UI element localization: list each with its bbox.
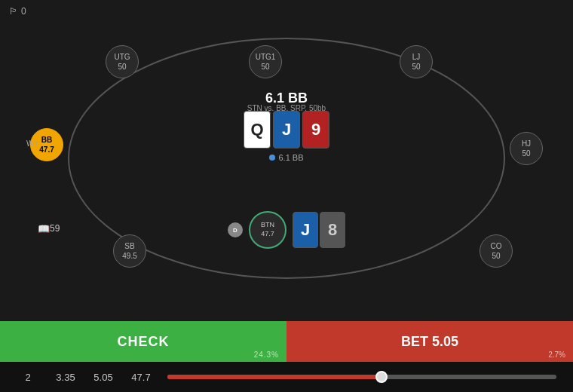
book-count: 59: [50, 223, 60, 234]
slider-val-3: 5.05: [84, 372, 122, 383]
seat-bb-label: BB: [41, 135, 52, 145]
seat-lj-circle: LJ 50: [400, 45, 433, 78]
slider-val-4: 47.7: [122, 372, 160, 383]
slider-bar: 2 3.35 5.05 47.7: [0, 362, 573, 392]
community-cards: Q J 9: [244, 111, 329, 149]
seat-sb-label: SB: [124, 241, 134, 251]
seat-utg-stack: 50: [118, 62, 126, 72]
seat-co-circle: CO 50: [480, 234, 513, 268]
slider-thumb[interactable]: [375, 371, 388, 383]
seat-sb-circle: SB 49.5: [113, 234, 146, 268]
seat-sb: SB 49.5: [113, 234, 146, 268]
slider-track-container[interactable]: [167, 375, 556, 379]
btn-seat-circle: BTN 47.7: [249, 211, 286, 249]
check-label: CHECK: [117, 334, 169, 349]
check-percentage: 24.3%: [254, 351, 279, 359]
seat-sb-stack: 49.5: [122, 251, 136, 261]
seat-hj: HJ 50: [510, 132, 543, 165]
check-button[interactable]: CHECK 24.3%: [0, 321, 286, 362]
center-info: 6.1 BB Q J 9 6.1 BB: [244, 90, 329, 162]
btn-label: BTN: [261, 221, 274, 230]
book-icon: 📖: [38, 223, 50, 234]
seat-utg-circle: UTG 50: [106, 45, 139, 78]
seat-utg1-circle: UTG1 50: [249, 45, 282, 78]
bet-button[interactable]: BET 5.05 2.7%: [286, 321, 573, 362]
pot-chip: 6.1 BB: [244, 153, 329, 162]
dealer-button: D: [228, 222, 243, 237]
seat-lj-label: LJ: [412, 52, 421, 62]
community-card-1: Q: [244, 111, 271, 149]
bet-label: BET 5.05: [401, 334, 458, 349]
btn-card-2: 8: [320, 212, 345, 248]
action-bar: CHECK 24.3% BET 5.05 2.7%: [0, 321, 573, 362]
seat-utg1-label: UTG1: [256, 52, 276, 62]
btn-card-1: J: [293, 212, 318, 248]
seat-hj-stack: 50: [522, 149, 530, 158]
slider-fill: [167, 375, 381, 379]
w-label: W /: [26, 139, 38, 148]
slider-values: 2 3.35 5.05 47.7: [9, 372, 564, 383]
seat-utg: UTG 50: [106, 45, 139, 78]
slider-track: [167, 375, 556, 379]
seat-hj-label: HJ: [522, 139, 531, 149]
slider-val-1: 2: [9, 372, 47, 383]
table-area: UTG 50 UTG1 50 LJ 50 HJ 50 CO 50 SB: [23, 15, 550, 294]
btn-stack: 47.7: [261, 230, 274, 239]
pot-chip-amount: 6.1 BB: [278, 153, 303, 162]
btn-hand-cards: J 8: [293, 212, 345, 248]
community-card-3: 9: [302, 111, 329, 149]
bet-percentage: 2.7%: [548, 351, 565, 359]
seat-hj-circle: HJ 50: [510, 132, 543, 165]
chip-dot-icon: [269, 155, 275, 161]
seat-co-stack: 50: [492, 251, 500, 261]
community-card-2: J: [273, 111, 300, 149]
seat-co: CO 50: [480, 234, 513, 268]
slider-val-2: 3.35: [47, 372, 84, 383]
seat-lj-stack: 50: [412, 62, 420, 72]
seat-co-label: CO: [491, 241, 502, 251]
seat-utg1: UTG1 50: [249, 45, 282, 78]
seat-utg-label: UTG: [114, 52, 130, 62]
pot-amount: 6.1 BB: [244, 90, 329, 106]
seat-bb-stack: 47.7: [39, 145, 54, 155]
seat-lj: LJ 50: [400, 45, 433, 78]
btn-area: D BTN 47.7 J 8: [228, 211, 345, 249]
seat-utg1-stack: 50: [261, 62, 269, 72]
flag-icon: 🏳: [9, 6, 18, 17]
